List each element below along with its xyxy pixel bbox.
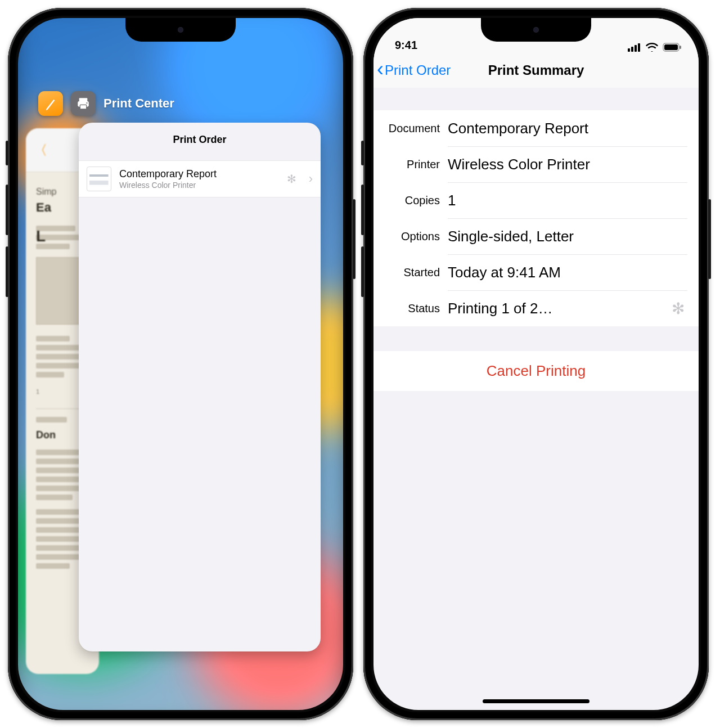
label-copies: Copies: [374, 182, 448, 218]
svg-point-3: [86, 102, 87, 104]
screen-print-summary: 9:41: [374, 18, 699, 710]
value-printer: Wireless Color Printer: [448, 156, 687, 173]
screen-app-switcher: Print Center 〈 Simp Ea L 1: [18, 18, 343, 710]
print-job-row[interactable]: Contemporary Report Wireless Color Print…: [79, 160, 321, 197]
svg-rect-4: [628, 48, 630, 52]
value-document: Contemporary Report: [448, 120, 687, 137]
label-printer: Printer: [374, 146, 448, 182]
spinner-icon: ✻: [672, 301, 687, 317]
row-copies: Copies 1: [374, 182, 699, 218]
summary-group: Document Contemporary Report Printer Wir…: [374, 110, 699, 326]
chevron-left-icon: 〈: [34, 141, 47, 159]
row-started: Started Today at 9:41 AM: [374, 254, 699, 290]
row-printer: Printer Wireless Color Printer: [374, 146, 699, 182]
value-started: Today at 9:41 AM: [448, 264, 687, 281]
switcher-app-label: Print Center: [104, 96, 174, 111]
print-center-app-icon[interactable]: [71, 91, 96, 116]
svg-rect-0: [79, 98, 88, 101]
nav-bar: ‹ Print Order Print Summary: [374, 53, 699, 88]
phone-right: 9:41: [363, 8, 709, 720]
label-status: Status: [374, 290, 448, 326]
cancel-printing-button[interactable]: Cancel Printing: [374, 351, 699, 391]
home-indicator[interactable]: [483, 699, 590, 703]
svg-rect-7: [638, 43, 640, 52]
switcher-card-print-center[interactable]: Print Order Contemporary Report Wireless…: [79, 123, 321, 651]
svg-rect-9: [664, 44, 678, 50]
value-copies: 1: [448, 192, 687, 209]
battery-icon: [663, 43, 682, 52]
label-document: Document: [374, 110, 448, 146]
print-job-title: Contemporary Report: [119, 168, 278, 181]
svg-rect-6: [634, 45, 637, 52]
print-job-printer: Wireless Color Printer: [119, 181, 278, 191]
document-thumbnail-icon: [87, 167, 111, 191]
value-status: Printing 1 of 2…: [448, 300, 666, 317]
spinner-icon: [286, 173, 298, 185]
pen-icon: [44, 96, 57, 111]
print-order-title: Print Order: [79, 123, 321, 160]
chevron-left-icon: ‹: [377, 63, 384, 75]
label-options: Options: [374, 218, 448, 254]
svg-rect-2: [80, 105, 86, 109]
row-document: Document Contemporary Report: [374, 110, 699, 146]
back-button[interactable]: ‹ Print Order: [374, 62, 451, 78]
printer-icon: [76, 96, 91, 111]
back-button-label: Print Order: [385, 62, 451, 78]
phone-left: Print Center 〈 Simp Ea L 1: [8, 8, 353, 720]
value-options: Single-sided, Letter: [448, 228, 687, 245]
status-time: 9:41: [395, 39, 417, 52]
label-started: Started: [374, 254, 448, 290]
svg-rect-10: [680, 46, 681, 49]
row-options: Options Single-sided, Letter: [374, 218, 699, 254]
wifi-icon: [646, 43, 658, 52]
pages-app-icon[interactable]: [38, 91, 63, 116]
row-status: Status Printing 1 of 2… ✻: [374, 290, 699, 326]
cellular-icon: [628, 43, 641, 52]
svg-rect-5: [631, 47, 633, 52]
chevron-right-icon: ›: [309, 172, 313, 186]
